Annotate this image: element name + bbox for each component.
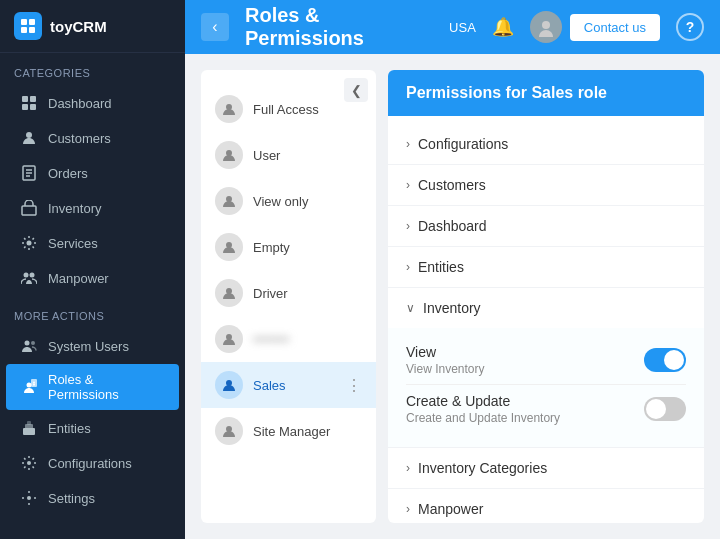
avatar[interactable] [530, 11, 562, 43]
svg-point-27 [27, 496, 31, 500]
perm-section-header-dashboard[interactable]: › Dashboard [388, 206, 704, 246]
role-item-user[interactable]: User [201, 132, 376, 178]
main-content: ‹ Roles & Permissions USA 🔔 Contact us ?… [185, 0, 720, 539]
role-menu-icon[interactable]: ⋮ [346, 376, 362, 395]
svg-point-28 [542, 21, 550, 29]
svg-point-16 [30, 273, 35, 278]
page-title: Roles & Permissions [245, 4, 441, 50]
sidebar-item-roles-permissions[interactable]: Roles & Permissions [6, 364, 179, 410]
role-item-empty[interactable]: Empty [201, 224, 376, 270]
role-avatar [215, 141, 243, 169]
categories-label: Categories [0, 53, 185, 85]
sidebar-item-manpower[interactable]: Manpower [6, 261, 179, 295]
roles-icon [20, 378, 38, 396]
svg-point-15 [24, 273, 29, 278]
svg-point-21 [33, 382, 35, 384]
sidebar-item-settings[interactable]: Settings [6, 481, 179, 515]
services-icon [20, 234, 38, 252]
role-avatar [215, 417, 243, 445]
perm-section-manpower: › Manpower [388, 489, 704, 523]
perm-section-label: Entities [418, 259, 464, 275]
sidebar-header: toyCRM [0, 0, 185, 53]
permissions-panel: Permissions for Sales role › Configurati… [388, 70, 704, 523]
svg-rect-25 [27, 421, 31, 425]
content-area: ❮ Full Access User [185, 54, 720, 539]
sidebar-item-label: Configurations [48, 456, 132, 471]
role-avatar [215, 279, 243, 307]
toggle-knob [646, 399, 666, 419]
region-label: USA [449, 20, 476, 35]
sidebar-item-entities[interactable]: Entities [6, 411, 179, 445]
view-toggle[interactable] [644, 348, 686, 372]
sidebar-item-configurations[interactable]: Configurations [6, 446, 179, 480]
perm-section-label: Inventory [423, 300, 481, 316]
perm-section-content-inventory: View View Inventory Create & Update Crea… [388, 328, 704, 447]
role-item-blurred[interactable]: •••••••• [201, 316, 376, 362]
sidebar-item-label: Roles & Permissions [48, 372, 165, 402]
sidebar-item-label: Dashboard [48, 96, 112, 111]
sidebar-item-label: System Users [48, 339, 129, 354]
sidebar-item-customers[interactable]: Customers [6, 121, 179, 155]
perm-section-label: Configurations [418, 136, 508, 152]
chevron-right-icon: › [406, 178, 410, 192]
permissions-header: Permissions for Sales role [388, 70, 704, 116]
perm-section-label: Manpower [418, 501, 483, 517]
toggle-knob [664, 350, 684, 370]
sidebar-item-label: Orders [48, 166, 88, 181]
orders-icon [20, 164, 38, 182]
svg-rect-2 [21, 27, 27, 33]
perm-section-configurations: › Configurations [388, 124, 704, 165]
svg-rect-13 [22, 206, 36, 215]
perm-item-label: View View Inventory [406, 344, 485, 376]
svg-point-8 [26, 132, 32, 138]
role-item-site-manager[interactable]: Site Manager [201, 408, 376, 454]
perm-section-label: Dashboard [418, 218, 487, 234]
contact-button[interactable]: Contact us [570, 14, 660, 41]
perm-item-create-update: Create & Update Create and Update Invent… [406, 384, 686, 433]
role-label: •••••••• [253, 332, 362, 347]
svg-point-26 [27, 461, 31, 465]
sidebar-item-label: Settings [48, 491, 95, 506]
app-name: toyCRM [50, 18, 107, 35]
create-update-toggle[interactable] [644, 397, 686, 421]
perm-section-customers: › Customers [388, 165, 704, 206]
role-avatar [215, 371, 243, 399]
sidebar-item-inventory[interactable]: Inventory [6, 191, 179, 225]
system-users-icon [20, 337, 38, 355]
help-button[interactable]: ? [676, 13, 704, 41]
svg-rect-22 [33, 384, 35, 386]
role-label: Site Manager [253, 424, 362, 439]
sidebar-item-orders[interactable]: Orders [6, 156, 179, 190]
chevron-right-icon: › [406, 502, 410, 516]
sidebar-item-dashboard[interactable]: Dashboard [6, 86, 179, 120]
sidebar-item-services[interactable]: Services [6, 226, 179, 260]
entities-icon [20, 419, 38, 437]
perm-section-header-entities[interactable]: › Entities [388, 247, 704, 287]
role-avatar [215, 187, 243, 215]
svg-point-19 [27, 383, 32, 388]
perm-section-inventory-categories: › Inventory Categories [388, 448, 704, 489]
bell-icon[interactable]: 🔔 [492, 16, 514, 38]
chevron-down-icon: ∨ [406, 301, 415, 315]
perm-item-title: Create & Update [406, 393, 560, 409]
sidebar-categories: Dashboard Customers Orders Inventory Ser… [0, 85, 185, 296]
role-label: View only [253, 194, 362, 209]
sidebar-item-label: Manpower [48, 271, 109, 286]
chevron-right-icon: › [406, 461, 410, 475]
role-item-sales[interactable]: Sales ⋮ [201, 362, 376, 408]
perm-section-header-manpower[interactable]: › Manpower [388, 489, 704, 523]
role-item-driver[interactable]: Driver [201, 270, 376, 316]
back-button[interactable]: ‹ [201, 13, 229, 41]
sidebar-item-system-users[interactable]: System Users [6, 329, 179, 363]
more-actions-label: More Actions [0, 296, 185, 328]
role-item-view-only[interactable]: View only [201, 178, 376, 224]
perm-item-desc: View Inventory [406, 362, 485, 376]
collapse-button[interactable]: ❮ [344, 78, 368, 102]
chevron-right-icon: › [406, 219, 410, 233]
perm-section-header-customers[interactable]: › Customers [388, 165, 704, 205]
svg-point-14 [27, 241, 32, 246]
inventory-icon [20, 199, 38, 217]
perm-section-header-configurations[interactable]: › Configurations [388, 124, 704, 164]
perm-section-header-inventory[interactable]: ∨ Inventory [388, 288, 704, 328]
perm-section-header-inventory-categories[interactable]: › Inventory Categories [388, 448, 704, 488]
